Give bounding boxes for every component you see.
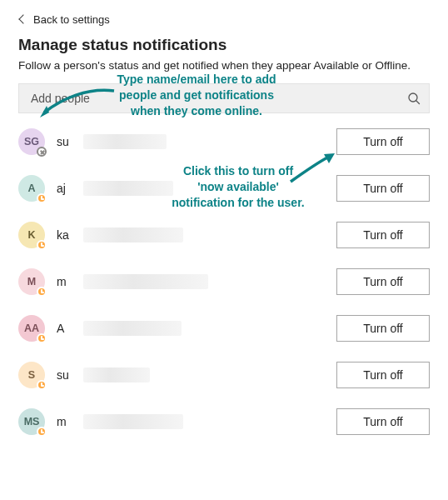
presence-away-icon (37, 193, 47, 203)
person-name: su (57, 135, 72, 148)
redacted-name (83, 414, 183, 429)
page-title: Manage status notifications (18, 36, 430, 54)
avatar: S (18, 362, 45, 388)
redacted-name (83, 274, 208, 289)
avatar: M (18, 268, 45, 295)
svg-point-0 (409, 93, 417, 102)
people-list: SGsuTurn offAajTurn offKkaTurn offMmTurn… (18, 128, 430, 435)
presence-away-icon (37, 333, 47, 343)
redacted-name (83, 321, 182, 336)
person-name: m (57, 275, 72, 288)
presence-offline-icon (37, 147, 47, 157)
avatar: AA (18, 315, 45, 342)
person-name: m (57, 415, 72, 428)
avatar: MS (18, 408, 45, 435)
person-row: SsuTurn off (18, 362, 430, 388)
person-row: KkaTurn off (18, 222, 430, 248)
back-to-settings-link[interactable]: Back to settings (18, 13, 110, 26)
chevron-left-icon (18, 14, 27, 23)
redacted-name (83, 134, 167, 149)
add-people-input[interactable] (29, 91, 407, 106)
person-row: SGsuTurn off (18, 128, 430, 155)
turn-off-button[interactable]: Turn off (336, 128, 430, 155)
search-icon (407, 92, 421, 105)
redacted-name (83, 181, 173, 196)
person-row: AAATurn off (18, 315, 430, 342)
avatar: K (18, 222, 45, 248)
presence-away-icon (37, 380, 47, 390)
add-people-field[interactable] (18, 83, 430, 113)
redacted-name (83, 368, 150, 382)
avatar: A (18, 175, 45, 202)
person-row: MmTurn off (18, 268, 430, 295)
presence-away-icon (37, 240, 47, 250)
person-row: AajTurn off (18, 175, 430, 202)
turn-off-button[interactable]: Turn off (336, 408, 430, 435)
person-row: MSmTurn off (18, 408, 430, 435)
person-name: su (57, 368, 72, 382)
turn-off-button[interactable]: Turn off (336, 175, 430, 202)
turn-off-button[interactable]: Turn off (336, 268, 430, 295)
page-subtitle: Follow a person's status and get notifie… (18, 59, 430, 72)
turn-off-button[interactable]: Turn off (336, 222, 430, 248)
person-name: A (57, 322, 72, 335)
person-name: aj (57, 182, 72, 195)
presence-away-icon (37, 427, 47, 437)
person-name: ka (57, 228, 72, 242)
back-label: Back to settings (33, 13, 110, 26)
avatar: SG (18, 128, 45, 155)
redacted-name (83, 228, 183, 242)
presence-away-icon (37, 287, 47, 297)
svg-line-1 (416, 101, 420, 104)
turn-off-button[interactable]: Turn off (336, 362, 430, 388)
turn-off-button[interactable]: Turn off (336, 315, 430, 342)
